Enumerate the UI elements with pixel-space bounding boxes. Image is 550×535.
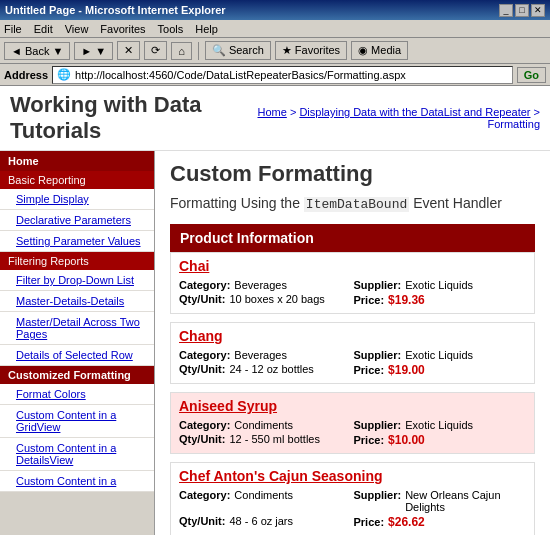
home-button[interactable]: ⌂ <box>171 42 192 60</box>
search-button[interactable]: 🔍 Search <box>205 41 271 60</box>
product-price-row: Price: $19.00 <box>354 363 527 377</box>
window-controls[interactable]: _ □ ✕ <box>499 4 545 17</box>
address-bar: Address 🌐 http://localhost:4560/Code/Dat… <box>0 64 550 86</box>
product-details-chai: Category: Beverages Supplier: Exotic Liq… <box>171 277 534 313</box>
product-supplier-row: Supplier: Exotic Liquids <box>354 279 527 291</box>
product-name-aniseed-syrup: Aniseed Syrup <box>171 393 534 417</box>
product-details-aniseed-syrup: Category: Condiments Supplier: Exotic Li… <box>171 417 534 453</box>
menu-edit[interactable]: Edit <box>34 23 53 35</box>
minimize-button[interactable]: _ <box>499 4 513 17</box>
section-subtitle: Formatting Using the ItemDataBound Event… <box>170 195 535 212</box>
qty-label: Qty/Unit: <box>179 293 225 305</box>
toolbar: ◄ Back ▼ ► ▼ ✕ ⟳ ⌂ 🔍 Search ★ Favorites … <box>0 38 550 64</box>
close-button[interactable]: ✕ <box>531 4 545 17</box>
product-name-chef-anton: Chef Anton's Cajun Seasoning <box>171 463 534 487</box>
forward-button[interactable]: ► ▼ <box>74 42 113 60</box>
price-value: $26.62 <box>388 515 425 529</box>
category-value: Beverages <box>234 349 287 361</box>
sidebar-item-setting-parameter-values[interactable]: Setting Parameter Values <box>0 231 154 252</box>
toolbar-separator-1 <box>198 42 199 60</box>
breadcrumb-parent[interactable]: Displaying Data with the DataList and Re… <box>299 106 530 118</box>
category-label: Category: <box>179 279 230 291</box>
price-label: Price: <box>354 516 385 528</box>
product-supplier-row: Supplier: New Orleans Cajun Delights <box>354 489 527 513</box>
menu-help[interactable]: Help <box>195 23 218 35</box>
sidebar-item-master-detail-two-pages[interactable]: Master/Detail Across Two Pages <box>0 312 154 345</box>
price-label: Price: <box>354 364 385 376</box>
back-button[interactable]: ◄ Back ▼ <box>4 42 70 60</box>
sidebar-item-details-selected-row[interactable]: Details of Selected Row <box>0 345 154 366</box>
sidebar-item-custom-content-gridview[interactable]: Custom Content in a GridView <box>0 405 154 438</box>
qty-value: 24 - 12 oz bottles <box>229 363 313 375</box>
category-label: Category: <box>179 349 230 361</box>
maximize-button[interactable]: □ <box>515 4 529 17</box>
product-name-chai: Chai <box>171 253 534 277</box>
price-label: Price: <box>354 434 385 446</box>
breadcrumb-home[interactable]: Home <box>257 106 286 118</box>
qty-label: Qty/Unit: <box>179 433 225 445</box>
product-price-row: Price: $26.62 <box>354 515 527 529</box>
sidebar-item-declarative-parameters[interactable]: Declarative Parameters <box>0 210 154 231</box>
product-name-chang: Chang <box>171 323 534 347</box>
products-header: Product Information <box>170 224 535 252</box>
product-qty-row: Qty/Unit: 10 boxes x 20 bags <box>179 293 352 307</box>
supplier-value: Exotic Liquids <box>405 279 473 291</box>
sidebar: Home Basic Reporting Simple Display Decl… <box>0 151 155 535</box>
address-url[interactable]: http://localhost:4560/Code/DataListRepea… <box>75 69 406 81</box>
address-label: Address <box>4 69 48 81</box>
menu-favorites[interactable]: Favorites <box>100 23 145 35</box>
address-input[interactable]: 🌐 http://localhost:4560/Code/DataListRep… <box>52 66 513 84</box>
category-value: Condiments <box>234 419 293 431</box>
product-details-chang: Category: Beverages Supplier: Exotic Liq… <box>171 347 534 383</box>
product-supplier-row: Supplier: Exotic Liquids <box>354 349 527 361</box>
supplier-label: Supplier: <box>354 349 402 361</box>
supplier-value: Exotic Liquids <box>405 419 473 431</box>
price-value: $19.36 <box>388 293 425 307</box>
category-label: Category: <box>179 489 230 501</box>
product-price-row: Price: $19.36 <box>354 293 527 307</box>
sidebar-item-master-details[interactable]: Master-Details-Details <box>0 291 154 312</box>
product-item-chang: Chang Category: Beverages Supplier: Exot… <box>170 322 535 384</box>
sidebar-item-custom-content-3[interactable]: Custom Content in a <box>0 471 154 492</box>
product-category-row: Category: Condiments <box>179 419 352 431</box>
page-header: Working with Data Tutorials Home > Displ… <box>0 86 550 151</box>
sidebar-basic-reporting: Basic Reporting <box>0 171 154 189</box>
menu-file[interactable]: File <box>4 23 22 35</box>
window-title: Untitled Page - Microsoft Internet Explo… <box>5 4 226 16</box>
supplier-label: Supplier: <box>354 489 402 501</box>
menu-tools[interactable]: Tools <box>158 23 184 35</box>
product-category-row: Category: Condiments <box>179 489 352 513</box>
supplier-label: Supplier: <box>354 419 402 431</box>
category-label: Category: <box>179 419 230 431</box>
go-button[interactable]: Go <box>517 67 546 83</box>
sidebar-item-filter-dropdown[interactable]: Filter by Drop-Down List <box>0 270 154 291</box>
page-title: Custom Formatting <box>170 161 535 187</box>
refresh-button[interactable]: ⟳ <box>144 41 167 60</box>
sidebar-home-header[interactable]: Home <box>0 151 154 171</box>
products-container: Chai Category: Beverages Supplier: Exoti… <box>170 252 535 535</box>
media-button[interactable]: ◉ Media <box>351 41 408 60</box>
price-value: $19.00 <box>388 363 425 377</box>
sidebar-item-simple-display[interactable]: Simple Display <box>0 189 154 210</box>
product-category-row: Category: Beverages <box>179 279 352 291</box>
site-title: Working with Data Tutorials <box>10 92 254 144</box>
subtitle-prefix: Formatting Using the <box>170 195 304 211</box>
menu-view[interactable]: View <box>65 23 89 35</box>
price-label: Price: <box>354 294 385 306</box>
product-item-chef-anton: Chef Anton's Cajun Seasoning Category: C… <box>170 462 535 535</box>
product-qty-row: Qty/Unit: 12 - 550 ml bottles <box>179 433 352 447</box>
supplier-label: Supplier: <box>354 279 402 291</box>
main-container: Home Basic Reporting Simple Display Decl… <box>0 151 550 535</box>
qty-label: Qty/Unit: <box>179 515 225 527</box>
breadcrumb: Home > Displaying Data with the DataList… <box>254 106 540 130</box>
favorites-button[interactable]: ★ Favorites <box>275 41 347 60</box>
sidebar-item-format-colors[interactable]: Format Colors <box>0 384 154 405</box>
breadcrumb-current: Formatting <box>487 118 540 130</box>
window-title-bar: Untitled Page - Microsoft Internet Explo… <box>0 0 550 20</box>
sidebar-item-custom-content-detailsview[interactable]: Custom Content in a DetailsView <box>0 438 154 471</box>
stop-button[interactable]: ✕ <box>117 41 140 60</box>
sidebar-filtering-reports: Filtering Reports <box>0 252 154 270</box>
qty-value: 48 - 6 oz jars <box>229 515 293 527</box>
content-area: Custom Formatting Formatting Using the I… <box>155 151 550 535</box>
qty-value: 12 - 550 ml bottles <box>229 433 320 445</box>
